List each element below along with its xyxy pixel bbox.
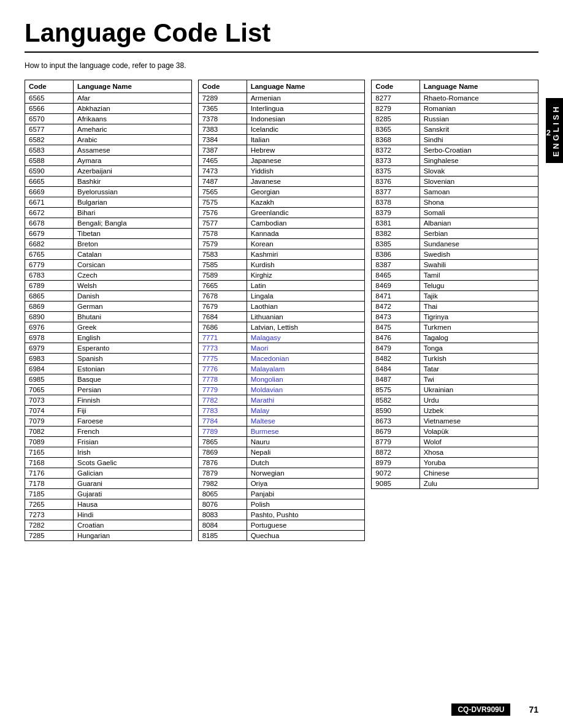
table-row: 6890Bhutani [25, 312, 192, 322]
code-cell: 7165 [25, 447, 74, 458]
code-cell: 7575 [198, 197, 247, 208]
code-cell: 7073 [25, 395, 74, 406]
language-cell: Esperanto [73, 343, 191, 354]
table-row: 7776Malayalam [198, 364, 365, 374]
language-cell: Tibetan [73, 229, 191, 239]
table-row: 7982Oriya [198, 479, 365, 489]
language-cell: Russian [419, 114, 538, 124]
code-cell: 6976 [25, 322, 74, 333]
language-cell: Breton [73, 239, 191, 249]
table-row: 8472Thai [372, 301, 538, 312]
table-row: 6979Esperanto [25, 343, 192, 354]
code-cell: 7579 [198, 239, 247, 249]
table-row: 8473Tigrinya [372, 312, 538, 322]
table-row: 6566Abkhazian [25, 104, 192, 114]
table-row: 6590Azerbaijani [25, 166, 192, 176]
table-row: 6678Bengali; Bangla [25, 218, 192, 229]
table-row: 7778Mongolian [198, 374, 365, 385]
code-cell: 6983 [25, 354, 74, 364]
table-row: 7185Gujarati [25, 489, 192, 499]
language-cell: Wolof [419, 437, 538, 447]
code-cell: 7384 [198, 135, 247, 145]
code-cell: 8365 [372, 124, 419, 135]
table-row: 8482Turkish [372, 354, 538, 364]
table-row: 8285Russian [372, 114, 538, 124]
language-cell: Cambodian [247, 218, 365, 229]
language-cell: Ameharic [73, 124, 191, 135]
table-row: 7168Scots Gaelic [25, 458, 192, 468]
table-row: 7383Icelandic [198, 124, 365, 135]
language-cell: Portuguese [247, 520, 365, 531]
code-cell: 6783 [25, 270, 74, 281]
code-cell: 7578 [198, 229, 247, 239]
language-cell: Sindhi [419, 135, 538, 145]
language-cell: Greek [73, 322, 191, 333]
language-cell: Irish [73, 447, 191, 458]
language-cell: Latin [247, 281, 365, 291]
code-cell: 7082 [25, 427, 74, 437]
table-row: 8779Wolof [372, 437, 538, 447]
table-row: 7082French [25, 427, 192, 437]
table-row: 7665Latin [198, 281, 365, 291]
code-cell: 8471 [372, 291, 419, 301]
table-row: 8484Tatar [372, 364, 538, 374]
table-row: 7679Laothian [198, 301, 365, 312]
table-row: 6565Afar [25, 93, 192, 104]
language-cell: Hebrew [247, 145, 365, 156]
language-cell: Bulgarian [73, 197, 191, 208]
code-cell: 8779 [372, 437, 419, 447]
code-cell: 7487 [198, 176, 247, 187]
table-row: 8475Turkmen [372, 322, 538, 333]
code-cell: 7065 [25, 385, 74, 395]
language-cell: Azerbaijani [73, 166, 191, 176]
table-row: 8381Albanian [372, 218, 538, 229]
code-cell: 8479 [372, 343, 419, 354]
language-cell: Zulu [419, 479, 538, 489]
table-row: 7578Kannada [198, 229, 365, 239]
table-row: 6671Bulgarian [25, 197, 192, 208]
code-cell: 7775 [198, 354, 247, 364]
language-cell: Oriya [247, 479, 365, 489]
language-cell: Kazakh [247, 197, 365, 208]
table-row: 6779Corsican [25, 260, 192, 270]
table-row: 8679Volapük [372, 427, 538, 437]
language-cell: Tagalog [419, 333, 538, 343]
language-cell: Aymara [73, 156, 191, 166]
table-row: 6582Arabic [25, 135, 192, 145]
language-cell: Italian [247, 135, 365, 145]
english-sidebar-tab: ENGLISH 52 [546, 98, 563, 163]
code-cell: 8472 [372, 301, 419, 312]
language-cell: Singhalese [419, 156, 538, 166]
table-row: 6583Assamese [25, 145, 192, 156]
code-cell: 7771 [198, 333, 247, 343]
language-cell: Hindi [73, 510, 191, 520]
language-cell: Catalan [73, 249, 191, 260]
code-cell: 7265 [25, 499, 74, 510]
table-row: 7783Malay [198, 406, 365, 416]
table-row: 7678Lingala [198, 291, 365, 301]
code-cell: 6665 [25, 176, 74, 187]
code-cell: 7789 [198, 427, 247, 437]
code-cell: 8487 [372, 374, 419, 385]
table-row: 7579Korean [198, 239, 365, 249]
table-row: 7686Latvian, Lettish [198, 322, 365, 333]
language-cell: Laothian [247, 301, 365, 312]
sidebar-number: 52 [542, 128, 551, 137]
language-cell: Byelorussian [73, 187, 191, 197]
language-cell: Afrikaans [73, 114, 191, 124]
page-number: 71 [529, 705, 538, 715]
code-cell: 7577 [198, 218, 247, 229]
code-cell: 8473 [372, 312, 419, 322]
language-cell: Armenian [247, 93, 365, 104]
code-cell: 7079 [25, 416, 74, 427]
table-row: 7771Malagasy [198, 333, 365, 343]
code-cell: 7273 [25, 510, 74, 520]
code-cell: 6765 [25, 249, 74, 260]
table-row: 7365Interlingua [198, 104, 365, 114]
code-cell: 8372 [372, 145, 419, 156]
code-cell: 8469 [372, 281, 419, 291]
code-cell: 6890 [25, 312, 74, 322]
language-cell: Samoan [419, 187, 538, 197]
col1-lang-header: Language Name [73, 80, 191, 93]
code-cell: 7778 [198, 374, 247, 385]
